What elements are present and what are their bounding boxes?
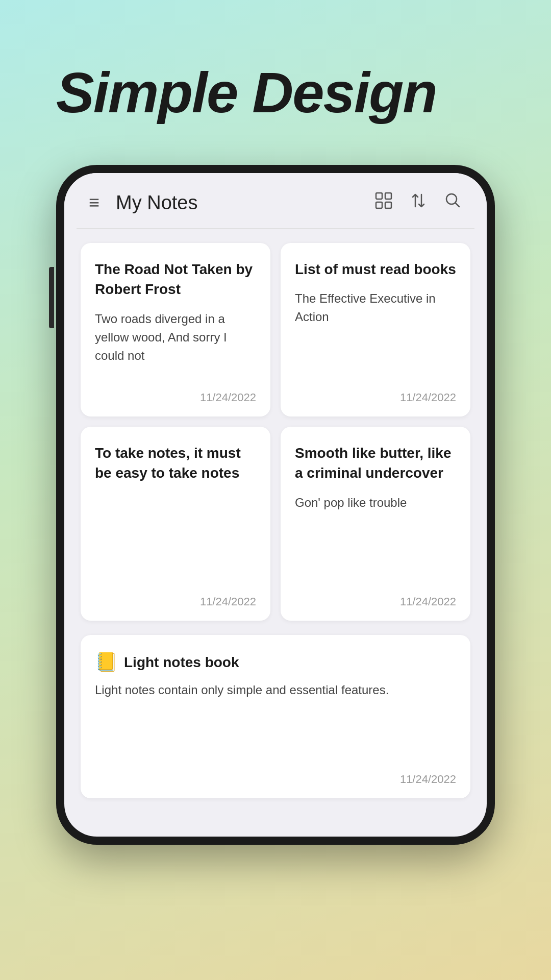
search-icon[interactable] [444,191,462,214]
note-2-date: 11/24/2022 [295,391,456,404]
notes-single-column: 📒 Light notes book Light notes contain o… [64,635,487,815]
phone-screen: ≡ My Notes [64,173,487,837]
note-card-4[interactable]: Smooth like butter, like a criminal unde… [281,427,470,621]
note-card-1[interactable]: The Road Not Taken by Robert Frost Two r… [81,243,270,416]
svg-point-4 [446,194,457,204]
note-3-body [95,494,256,585]
hero-title: Simple Design [56,61,495,124]
notes-grid: The Road Not Taken by Robert Frost Two r… [64,229,487,635]
note-4-body: Gon' pop like trouble [295,494,456,585]
note-4-date: 11/24/2022 [295,595,456,608]
svg-rect-1 [385,193,391,199]
note-5-date: 11/24/2022 [95,773,456,786]
note-1-title: The Road Not Taken by Robert Frost [95,259,256,299]
note-2-title: List of must read books [295,259,456,279]
note-1-body: Two roads diverged in a yellow wood, And… [95,310,256,381]
phone-mockup: ≡ My Notes [56,165,495,845]
app-header: ≡ My Notes [64,173,487,228]
app-title: My Notes [116,192,374,214]
svg-rect-2 [376,202,382,208]
header-actions [374,191,462,214]
phone-frame: ≡ My Notes [56,165,495,845]
svg-rect-0 [376,193,382,199]
note-card-5[interactable]: 📒 Light notes book Light notes contain o… [81,635,470,798]
menu-icon[interactable]: ≡ [89,192,99,213]
note-5-title: Light notes book [124,652,239,672]
note-3-date: 11/24/2022 [95,595,256,608]
note-card-2[interactable]: List of must read books The Effective Ex… [281,243,470,416]
svg-rect-3 [385,202,391,208]
sort-icon[interactable] [409,191,428,214]
note-3-title: To take notes, it must be easy to take n… [95,443,256,483]
grid-view-icon[interactable] [374,191,393,214]
note-5-body: Light notes contain only simple and esse… [95,681,456,763]
note-5-title-row: 📒 Light notes book [95,651,456,673]
note-4-title: Smooth like butter, like a criminal unde… [295,443,456,483]
note-card-3[interactable]: To take notes, it must be easy to take n… [81,427,270,621]
note-2-body: The Effective Executive in Action [295,289,456,381]
note-1-date: 11/24/2022 [95,391,256,404]
note-5-emoji: 📒 [95,651,118,673]
